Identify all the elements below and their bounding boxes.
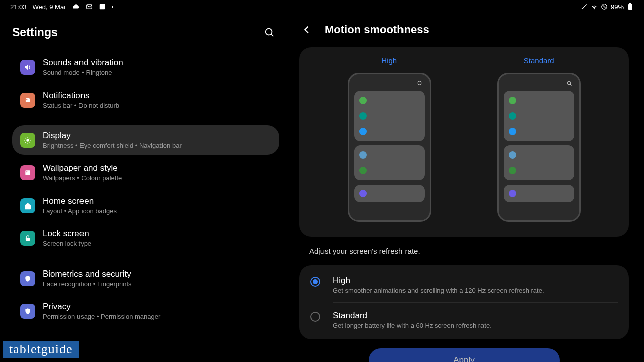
back-button[interactable] xyxy=(299,22,314,37)
menu-subtitle: Face recognition • Fingerprints xyxy=(43,280,271,288)
preview-high-label: High xyxy=(381,56,397,65)
sidebar-item-lock-screen[interactable]: Lock screenScreen lock type xyxy=(12,223,279,253)
shield-icon xyxy=(20,271,35,286)
search-icon xyxy=(264,27,275,38)
svg-point-8 xyxy=(26,99,27,100)
svg-point-6 xyxy=(266,29,272,35)
sun-icon xyxy=(20,133,35,148)
svg-rect-1 xyxy=(99,4,105,10)
options-card: HighGet smoother animations and scrollin… xyxy=(299,265,629,339)
svg-point-14 xyxy=(567,81,571,85)
svg-point-11 xyxy=(26,171,27,172)
svg-rect-7 xyxy=(26,98,30,102)
status-left: 21:03 Wed, 9 Mar • xyxy=(10,3,113,11)
status-date: Wed, 9 Mar xyxy=(33,3,66,11)
preview-high[interactable]: High xyxy=(348,56,431,222)
menu-title: Notifications xyxy=(43,90,271,101)
sidebar-item-biometrics-and-security[interactable]: Biometrics and securityFace recognition … xyxy=(12,263,279,293)
option-standard[interactable]: StandardGet longer battery life with a 6… xyxy=(299,303,629,337)
menu-subtitle: Screen lock type xyxy=(43,240,271,247)
radio-button[interactable] xyxy=(310,312,320,322)
menu-text: DisplayBrightness • Eye comfort shield •… xyxy=(43,131,271,149)
svg-point-13 xyxy=(418,81,421,85)
menu-subtitle: Wallpapers • Colour palette xyxy=(43,174,271,182)
phone-mock-high xyxy=(348,73,431,222)
search-icon xyxy=(566,80,572,86)
menu-text: Sounds and vibrationSound mode • Rington… xyxy=(43,58,271,76)
search-icon xyxy=(417,80,423,86)
menu-divider xyxy=(22,120,269,120)
option-text: StandardGet longer battery life with a 6… xyxy=(333,311,618,329)
image-icon xyxy=(99,3,106,10)
menu-subtitle: Brightness • Eye comfort shield • Naviga… xyxy=(43,142,271,149)
sidebar-item-home-screen[interactable]: Home screenLayout • App icon badges xyxy=(12,191,279,220)
watermark: tabletguide xyxy=(3,341,79,358)
shield-icon xyxy=(20,304,35,319)
menu-subtitle: Status bar • Do not disturb xyxy=(43,102,271,109)
search-button[interactable] xyxy=(259,22,279,42)
radio-button[interactable] xyxy=(310,277,320,287)
mail-icon xyxy=(86,3,93,10)
menu-subtitle: Layout • App icon badges xyxy=(43,207,271,215)
option-subtitle: Get smoother animations and scrolling wi… xyxy=(333,287,618,294)
dot-icon: • xyxy=(112,4,114,10)
svg-rect-12 xyxy=(26,238,30,241)
home-icon xyxy=(20,198,35,213)
menu-subtitle: Sound mode • Ringtone xyxy=(43,69,271,76)
menu-text: Home screenLayout • App icon badges xyxy=(43,196,271,215)
option-text: HighGet smoother animations and scrollin… xyxy=(333,276,618,294)
svg-point-9 xyxy=(26,139,29,141)
menu-text: Lock screenScreen lock type xyxy=(43,229,271,247)
svg-rect-4 xyxy=(628,4,632,10)
cloud-icon xyxy=(72,3,79,10)
battery-percent: 99% xyxy=(611,3,624,11)
signal-icon xyxy=(581,3,588,10)
svg-rect-5 xyxy=(629,3,631,4)
menu-divider xyxy=(22,258,269,258)
phone-mock-standard xyxy=(497,73,581,222)
menu-title: Biometrics and security xyxy=(43,269,271,279)
menu-title: Display xyxy=(43,131,271,141)
lock-icon xyxy=(20,231,35,246)
menu-title: Sounds and vibration xyxy=(43,58,271,68)
menu-text: PrivacyPermission usage • Permission man… xyxy=(43,302,271,320)
menu-title: Lock screen xyxy=(43,229,271,239)
detail-description: Adjust your screen's refresh rate. xyxy=(299,237,629,265)
detail-title: Motion smoothness xyxy=(325,23,429,36)
menu-text: Wallpaper and styleWallpapers • Colour p… xyxy=(43,163,271,182)
detail-pane: Motion smoothness High Standard xyxy=(289,13,644,362)
status-right: 99% xyxy=(581,3,634,11)
menu-text: NotificationsStatus bar • Do not disturb xyxy=(43,90,271,109)
sidebar-item-notifications[interactable]: NotificationsStatus bar • Do not disturb xyxy=(12,85,279,115)
svg-rect-10 xyxy=(25,170,30,175)
menu-title: Home screen xyxy=(43,196,271,206)
settings-sidebar: Settings Sounds and vibrationSound mode … xyxy=(0,13,289,362)
menu-text: Biometrics and securityFace recognition … xyxy=(43,269,271,288)
menu-title: Wallpaper and style xyxy=(43,163,271,173)
chevron-left-icon xyxy=(301,24,312,35)
menu-subtitle: Permission usage • Permission manager xyxy=(43,313,271,320)
pic-icon xyxy=(20,165,35,180)
option-title: Standard xyxy=(333,311,618,321)
settings-title: Settings xyxy=(12,26,58,39)
preview-standard[interactable]: Standard xyxy=(497,56,581,222)
volume-icon xyxy=(20,60,35,75)
option-high[interactable]: HighGet smoother animations and scrollin… xyxy=(299,267,629,302)
option-title: High xyxy=(333,276,618,286)
wifi-icon xyxy=(591,3,598,10)
sidebar-item-display[interactable]: DisplayBrightness • Eye comfort shield •… xyxy=(12,125,279,155)
no-disturb-icon xyxy=(601,3,608,10)
option-subtitle: Get longer battery life with a 60 Hz scr… xyxy=(333,322,618,329)
svg-point-2 xyxy=(594,9,594,9)
preview-standard-label: Standard xyxy=(524,56,554,65)
sidebar-item-privacy[interactable]: PrivacyPermission usage • Permission man… xyxy=(12,296,279,326)
status-time: 21:03 xyxy=(10,3,27,11)
status-bar: 21:03 Wed, 9 Mar • 99% xyxy=(0,0,644,13)
battery-icon xyxy=(627,3,634,10)
bell-icon xyxy=(20,93,35,108)
sidebar-item-wallpaper-and-style[interactable]: Wallpaper and styleWallpapers • Colour p… xyxy=(12,158,279,188)
sidebar-item-sounds-and-vibration[interactable]: Sounds and vibrationSound mode • Rington… xyxy=(12,52,279,82)
apply-button[interactable]: Apply xyxy=(369,348,560,362)
preview-card: High Standard xyxy=(299,47,629,237)
menu-title: Privacy xyxy=(43,302,271,312)
